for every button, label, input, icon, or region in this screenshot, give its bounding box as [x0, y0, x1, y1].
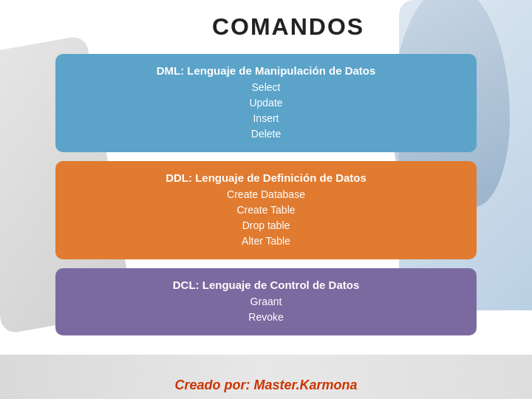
card-dcl-item-revoke: Revoke	[70, 310, 462, 325]
brand-label: Creado por: Master.Karmona	[174, 378, 357, 393]
card-dml-item-update: Update	[70, 95, 462, 111]
card-ddl-item-drop-table: Drop table	[70, 218, 462, 233]
card-ddl-item-create-db: Create Database	[70, 187, 462, 202]
main-content: COMANDOS DML: Lenguaje de Manipulación d…	[0, 0, 532, 399]
card-dml-title: DML: Lenguaje de Manipulación de Datos	[70, 64, 462, 77]
card-dcl-title: DCL: Lenguaje de Control de Datos	[70, 279, 462, 291]
card-ddl-title: DDL: Lenguaje de Definición de Datos	[70, 171, 462, 184]
card-ddl-item-create-table: Create Table	[70, 202, 462, 218]
card-dml: DML: Lenguaje de Manipulación de Datos S…	[55, 54, 477, 152]
card-dcl-item-graant: Graant	[70, 294, 462, 310]
card-ddl-item-alter-table: Alter Table	[70, 233, 462, 249]
card-ddl: DDL: Lenguaje de Definición de Datos Cre…	[55, 161, 477, 259]
card-dcl: DCL: Lenguaje de Control de Datos Graant…	[55, 268, 477, 335]
card-dml-item-delete: Delete	[70, 126, 462, 142]
card-dml-item-insert: Insert	[70, 111, 462, 126]
page-title: COMANDOS	[0, 13, 532, 41]
card-dml-item-select: Select	[70, 80, 462, 95]
